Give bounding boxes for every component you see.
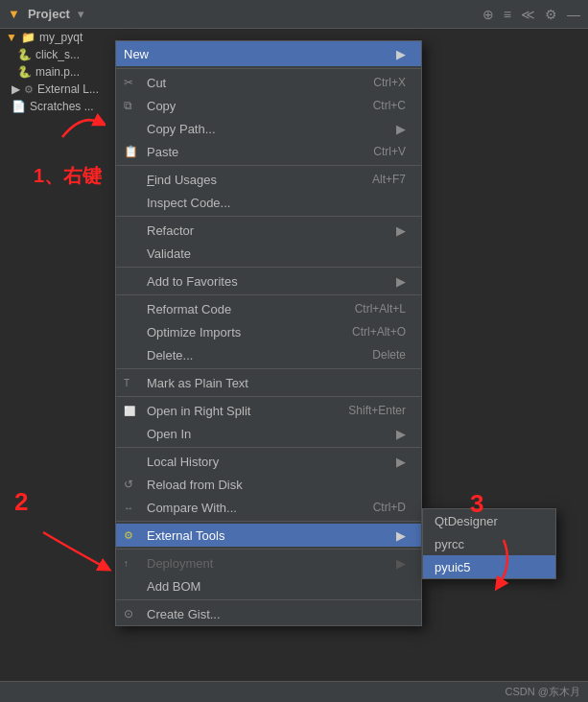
toolbar-icons: ⊕ ≡ ≪ ⚙ — bbox=[482, 7, 580, 22]
paste-icon: 📋 bbox=[124, 145, 138, 158]
github-icon: ⊙ bbox=[124, 607, 133, 620]
submenu-item-qtdesigner[interactable]: QtDesigner bbox=[423, 509, 555, 532]
menu-item-delete[interactable]: Delete... Delete bbox=[116, 343, 421, 366]
menu-item-reload-from-disk[interactable]: ↺ Reload from Disk bbox=[116, 473, 421, 496]
pyuic5-label: pyuic5 bbox=[435, 560, 471, 574]
open-right-split-label: Open in Right Split bbox=[147, 404, 250, 418]
cut-shortcut: Ctrl+X bbox=[373, 76, 406, 89]
copy-path-label: Copy Path... bbox=[147, 122, 216, 136]
local-history-label: Local History bbox=[147, 455, 219, 469]
open-in-label: Open In bbox=[147, 427, 191, 441]
find-usages-label: Find Usages bbox=[147, 173, 217, 187]
open-right-split-shortcut: Shift+Enter bbox=[348, 404, 406, 417]
separator-3 bbox=[116, 216, 421, 217]
menu-item-new[interactable]: New ▶ bbox=[116, 41, 421, 66]
add-favorites-label: Add to Favorites bbox=[147, 274, 238, 289]
sidebar-item-click[interactable]: 🐍 click_s... bbox=[0, 46, 134, 63]
separator-2 bbox=[116, 165, 421, 166]
external-lib-label: External L... bbox=[37, 82, 99, 96]
separator-9 bbox=[116, 521, 421, 522]
menu-item-copy-path[interactable]: Copy Path... ▶ bbox=[116, 117, 421, 140]
menu-item-inspect-code[interactable]: Inspect Code... bbox=[116, 191, 421, 214]
menu-item-find-usages[interactable]: Find Usages Alt+F7 bbox=[116, 168, 421, 191]
arrow-icon-new: ▶ bbox=[396, 47, 406, 61]
arrow-icon-copy-path: ▶ bbox=[396, 122, 406, 136]
sidebar-project-root[interactable]: ▼ 📁 my_pyqt bbox=[0, 29, 134, 46]
delete-label: Delete... bbox=[147, 348, 193, 363]
list-icon[interactable]: ≡ bbox=[504, 7, 511, 22]
find-usages-shortcut: Alt+F7 bbox=[372, 173, 406, 186]
add-bom-label: Add BOM bbox=[147, 579, 200, 594]
dropdown-icon[interactable]: ▾ bbox=[78, 7, 84, 21]
menu-item-external-tools[interactable]: ⚙ External Tools ▶ bbox=[116, 524, 421, 547]
menu-item-compare-with[interactable]: ↔ Compare With... Ctrl+D bbox=[116, 496, 421, 519]
folder-icon-2: ⚙ bbox=[24, 83, 34, 96]
menu-item-cut[interactable]: ✂ Cut Ctrl+X bbox=[116, 71, 421, 94]
collapse-icon[interactable]: ≪ bbox=[521, 7, 535, 22]
copy-shortcut: Ctrl+C bbox=[373, 99, 406, 112]
cut-icon: ✂ bbox=[124, 76, 133, 89]
add-icon[interactable]: ⊕ bbox=[482, 7, 494, 22]
reload-icon: ↺ bbox=[124, 478, 133, 491]
menu-item-local-history[interactable]: Local History ▶ bbox=[116, 450, 421, 473]
annotation-1: 1、右键 bbox=[34, 163, 102, 189]
menu-item-validate[interactable]: Validate bbox=[116, 242, 421, 265]
inspect-code-label: Inspect Code... bbox=[147, 196, 230, 210]
scratch-icon: 📄 bbox=[12, 100, 26, 113]
separator-4 bbox=[116, 267, 421, 268]
menu-item-deployment: ↑ Deployment ▶ bbox=[116, 551, 421, 574]
menu-item-paste[interactable]: 📋 Paste Ctrl+V bbox=[116, 140, 421, 163]
external-tools-label: External Tools bbox=[147, 528, 224, 543]
mark-plain-label: Mark as Plain Text bbox=[147, 376, 248, 390]
optimize-imports-shortcut: Ctrl+Alt+O bbox=[352, 325, 406, 339]
separator-7 bbox=[116, 396, 421, 397]
menu-item-add-bom[interactable]: Add BOM bbox=[116, 574, 421, 597]
annotation-num-3: 3 bbox=[470, 489, 483, 519]
cut-label: Cut bbox=[147, 76, 166, 90]
split-icon: ⬜ bbox=[124, 406, 135, 416]
menu-item-refactor[interactable]: Refactor ▶ bbox=[116, 219, 421, 242]
arrow-icon-favorites: ▶ bbox=[396, 274, 406, 289]
refactor-label: Refactor bbox=[147, 223, 194, 238]
deployment-icon: ↑ bbox=[124, 558, 129, 569]
arrow-icon-refactor: ▶ bbox=[396, 223, 406, 238]
sidebar-item-main[interactable]: 🐍 main.p... bbox=[0, 63, 134, 81]
annotation-num-2: 2 bbox=[14, 487, 28, 517]
arrow-icon-external-tools: ▶ bbox=[396, 528, 406, 543]
reformat-code-shortcut: Ctrl+Alt+L bbox=[355, 302, 406, 316]
file-label-main: main.p... bbox=[35, 65, 80, 79]
settings-icon[interactable]: ⚙ bbox=[545, 7, 557, 22]
paste-label: Paste bbox=[147, 145, 178, 159]
arrow-icon-open-in: ▶ bbox=[396, 427, 406, 441]
arrow-icon-1 bbox=[58, 104, 106, 145]
delete-shortcut: Delete bbox=[372, 348, 406, 362]
menu-item-reformat-code[interactable]: Reformat Code Ctrl+Alt+L bbox=[116, 297, 421, 320]
optimize-imports-label: Optimize Imports bbox=[147, 325, 241, 339]
copy-icon: ⧉ bbox=[124, 99, 132, 112]
minimize-icon[interactable]: — bbox=[567, 7, 580, 22]
menu-item-copy[interactable]: ⧉ Copy Ctrl+C bbox=[116, 94, 421, 117]
separator-10 bbox=[116, 549, 421, 550]
context-menu: New ▶ ✂ Cut Ctrl+X ⧉ Copy Ctrl+C Copy Pa… bbox=[115, 40, 422, 626]
menu-item-open-in[interactable]: Open In ▶ bbox=[116, 422, 421, 445]
project-icon: ▼ bbox=[8, 7, 20, 21]
menu-item-open-right-split[interactable]: ⬜ Open in Right Split Shift+Enter bbox=[116, 399, 421, 422]
arrow-icon-local-history: ▶ bbox=[396, 455, 406, 469]
copy-label: Copy bbox=[147, 99, 176, 113]
menu-item-create-gist[interactable]: ⊙ Create Gist... bbox=[116, 602, 421, 625]
sidebar-item-external[interactable]: ▶ ⚙ External L... bbox=[0, 81, 134, 98]
top-toolbar: ▼ Project ▾ ⊕ ≡ ≪ ⚙ — bbox=[0, 0, 588, 29]
pyrcc-label: pyrcc bbox=[435, 537, 464, 551]
menu-item-optimize-imports[interactable]: Optimize Imports Ctrl+Alt+O bbox=[116, 320, 421, 343]
separator-8 bbox=[116, 447, 421, 448]
project-root-label: my_pyqt bbox=[39, 31, 82, 44]
compare-icon: ↔ bbox=[124, 503, 133, 513]
menu-item-add-favorites[interactable]: Add to Favorites ▶ bbox=[116, 269, 421, 292]
plain-text-icon: T bbox=[124, 378, 129, 388]
py-file-icon-2: 🐍 bbox=[17, 65, 32, 79]
compare-with-shortcut: Ctrl+D bbox=[373, 501, 406, 514]
folder-expand-icon: ▼ bbox=[6, 31, 17, 44]
status-bar: CSDN @东木月 bbox=[0, 681, 588, 702]
compare-with-label: Compare With... bbox=[147, 501, 237, 515]
menu-item-mark-plain[interactable]: T Mark as Plain Text bbox=[116, 371, 421, 394]
